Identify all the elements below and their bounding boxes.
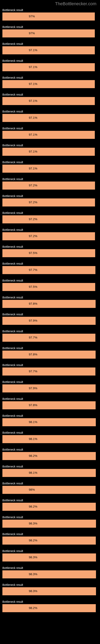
result-row: Bottleneck result97.2%	[0, 177, 100, 190]
bar-fill	[2, 587, 96, 595]
row-label: Bottleneck result	[2, 25, 29, 28]
result-row: Bottleneck result97.5%	[0, 278, 100, 291]
row-percent: 98.1%	[29, 471, 37, 474]
row-label: Bottleneck result	[2, 279, 29, 282]
row-header: Bottleneck result	[2, 58, 29, 63]
row-header: Bottleneck result	[2, 532, 29, 536]
bar-track	[2, 182, 98, 190]
bar-fill	[2, 435, 96, 443]
row-label: Bottleneck result	[2, 330, 29, 333]
row-label: Bottleneck result	[2, 76, 29, 79]
result-row: Bottleneck result97.7%	[0, 329, 100, 342]
row-percent: 98.3%	[29, 589, 37, 593]
bar-fill	[2, 283, 95, 291]
bar-track	[2, 520, 98, 528]
result-row: Bottleneck result98.3%	[0, 548, 100, 562]
row-header: Bottleneck result	[2, 244, 29, 249]
result-cell: Bottleneck result97.5%	[2, 244, 98, 257]
result-cell: Bottleneck result97.2%	[2, 228, 98, 240]
bar-fill	[2, 300, 96, 308]
bar-track	[2, 435, 98, 443]
row-percent: 97.1%	[29, 99, 37, 102]
row-header: Bottleneck result	[2, 430, 29, 435]
bar-fill	[2, 317, 96, 325]
result-row: Bottleneck result97.8%	[0, 295, 100, 308]
bar-fill	[2, 604, 96, 612]
bar-fill	[2, 469, 96, 477]
result-row: Bottleneck result97.1%	[0, 58, 100, 71]
bar-track	[2, 452, 98, 460]
result-cell: Bottleneck result97.1%	[2, 92, 98, 105]
bar-track	[2, 334, 98, 342]
result-row: Bottleneck result97%	[0, 8, 100, 20]
row-label: Bottleneck result	[2, 414, 29, 418]
bar-fill	[2, 30, 95, 38]
row-header: Bottleneck result	[2, 109, 29, 114]
result-cell: Bottleneck result97.9%	[2, 380, 98, 392]
row-percent: 98.3%	[29, 522, 37, 525]
result-row: Bottleneck result98.1%	[0, 430, 100, 443]
row-header: Bottleneck result	[2, 464, 29, 469]
row-label: Bottleneck result	[2, 262, 29, 265]
row-header: Bottleneck result	[2, 42, 29, 46]
row-label: Bottleneck result	[2, 566, 29, 570]
row-percent: 97.1%	[29, 48, 37, 52]
result-row: Bottleneck result98.1%	[0, 413, 100, 426]
row-label: Bottleneck result	[2, 296, 29, 299]
bar-fill	[2, 520, 96, 528]
bar-track	[2, 131, 98, 139]
bar-fill	[2, 334, 96, 342]
bar-track	[2, 266, 98, 274]
bar-fill	[2, 232, 95, 240]
result-row: Bottleneck result97.1%	[0, 160, 100, 173]
result-cell: Bottleneck result98.1%	[2, 430, 98, 443]
row-header: Bottleneck result	[2, 92, 29, 97]
row-percent: 97.5%	[29, 285, 37, 288]
bar-track	[2, 63, 98, 71]
bar-track	[2, 554, 98, 562]
bar-track	[2, 30, 98, 38]
row-header: Bottleneck result	[2, 75, 29, 80]
bar-track	[2, 80, 98, 88]
bar-track	[2, 587, 98, 595]
result-row: Bottleneck result98.2%	[0, 447, 100, 460]
result-row: Bottleneck result97.5%	[0, 244, 100, 257]
bar-track	[2, 164, 98, 173]
bar-fill	[2, 12, 95, 20]
bar-track	[2, 503, 98, 511]
result-row: Bottleneck result98%	[0, 481, 100, 494]
bar-fill	[2, 198, 95, 206]
bar-track	[2, 368, 98, 376]
row-label: Bottleneck result	[2, 465, 29, 468]
row-label: Bottleneck result	[2, 532, 29, 536]
row-header: Bottleneck result	[2, 329, 29, 334]
result-cell: Bottleneck result98.3%	[2, 515, 98, 528]
result-row: Bottleneck result97.1%	[0, 143, 100, 156]
result-row: Bottleneck result98.3%	[0, 515, 100, 528]
row-percent: 97.7%	[29, 268, 37, 272]
bar-track	[2, 148, 98, 156]
bar-track	[2, 469, 98, 477]
row-header: Bottleneck result	[2, 177, 29, 182]
result-row: Bottleneck result97.1%	[0, 92, 100, 105]
bar-track	[2, 114, 98, 122]
row-header: Bottleneck result	[2, 312, 29, 317]
result-row: Bottleneck result97.1%	[0, 42, 100, 54]
row-header: Bottleneck result	[2, 447, 29, 452]
result-cell: Bottleneck result97.2%	[2, 177, 98, 190]
row-header: Bottleneck result	[2, 194, 29, 198]
row-label: Bottleneck result	[2, 482, 29, 485]
row-percent: 97.2%	[29, 234, 37, 238]
bar-fill	[2, 148, 95, 156]
row-header: Bottleneck result	[2, 363, 29, 368]
bar-track	[2, 198, 98, 206]
result-cell: Bottleneck result98.3%	[2, 566, 98, 578]
row-percent: 98.1%	[29, 420, 37, 424]
result-row: Bottleneck result97.1%	[0, 109, 100, 122]
bar-track	[2, 283, 98, 291]
result-row: Bottleneck result97.7%	[0, 261, 100, 274]
result-cell: Bottleneck result97.8%	[2, 396, 98, 409]
result-row: Bottleneck result97.8%	[0, 396, 100, 409]
result-row: Bottleneck result97%	[0, 24, 100, 38]
row-label: Bottleneck result	[2, 110, 29, 113]
